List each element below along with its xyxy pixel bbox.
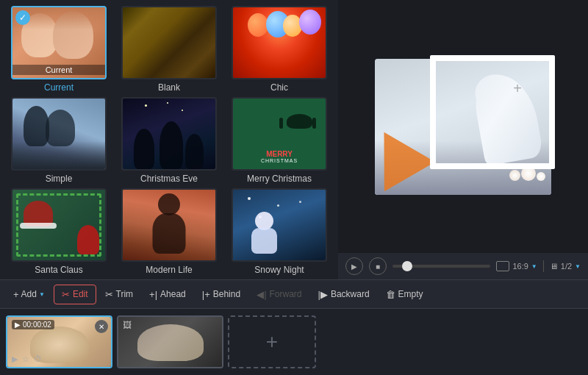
- merry-subtext: CHRISTMAS: [233, 158, 326, 163]
- merry-text: MERRY: [233, 150, 326, 158]
- theme-label-blank: Blank: [158, 82, 180, 93]
- play-icon[interactable]: ▶: [12, 354, 18, 364]
- add-chevron-icon[interactable]: ▼: [39, 291, 45, 298]
- behind-button[interactable]: |+ Behind: [195, 285, 248, 304]
- forward-icon: ◀|: [257, 289, 266, 300]
- forward-label: Forward: [270, 289, 302, 299]
- theme-item-blank[interactable]: Blank: [116, 6, 222, 93]
- add-label: Add: [21, 289, 37, 299]
- ratio-icon: [496, 261, 509, 271]
- theme-gallery: Current ✓ Current Blank: [0, 0, 338, 279]
- video-icon: ▶: [15, 321, 21, 329]
- theme-label-merry-christmas: Merry Christmas: [247, 174, 312, 184]
- edit-button[interactable]: ✂ Edit: [54, 285, 96, 304]
- blank-thumb-bg: [123, 7, 215, 78]
- theme-thumb-christmas-eve[interactable]: [121, 97, 217, 171]
- backward-label: Backward: [331, 289, 370, 299]
- preview-shoe-image: +: [375, 59, 551, 195]
- selected-checkmark: ✓: [15, 10, 30, 25]
- progress-bar[interactable]: [392, 265, 490, 268]
- theme-thumb-modern-life[interactable]: [121, 188, 217, 262]
- play-button[interactable]: ▶: [345, 257, 363, 275]
- add-button[interactable]: + Add ▼: [6, 285, 52, 304]
- stop-button[interactable]: ■: [369, 257, 387, 275]
- clip-controls-1: ▶ ☆ ⏱: [12, 354, 42, 364]
- merry-thumb-bg: MERRY CHRISTMAS: [233, 99, 326, 169]
- timestamp-value: 00:00:02: [23, 321, 51, 329]
- progress-indicator: [402, 261, 412, 271]
- theme-label-chic: Chic: [270, 82, 288, 93]
- behind-icon: |+: [202, 289, 210, 300]
- trim-button[interactable]: ✂ Trim: [98, 285, 141, 304]
- theme-item-santa-claus[interactable]: Santa Claus: [6, 188, 112, 275]
- preview-controls: ▶ ■ 16:9 ▼ 🖥 1/2 ▼: [338, 253, 588, 279]
- preview-canvas: +: [338, 0, 588, 253]
- clip-thumb-2[interactable]: 🖼: [117, 315, 223, 368]
- ahead-button[interactable]: +| Ahead: [142, 285, 193, 304]
- control-divider: [543, 260, 544, 272]
- add-clip-plus-icon: +: [266, 332, 278, 352]
- empty-icon: 🗑: [386, 289, 395, 300]
- add-clip-button[interactable]: +: [228, 315, 316, 368]
- theme-item-merry-christmas[interactable]: MERRY CHRISTMAS Merry Christmas: [226, 97, 332, 184]
- forward-button[interactable]: ◀| Forward: [249, 285, 309, 304]
- theme-thumb-chic[interactable]: [232, 6, 327, 79]
- preview-add-button[interactable]: +: [513, 81, 522, 96]
- theme-thumb-blank[interactable]: [121, 6, 217, 79]
- christmas-eve-thumb-bg: [123, 99, 215, 169]
- theme-thumb-snowy-night[interactable]: [232, 188, 327, 262]
- preview-panel: + ▶ ■ 16:9 ▼ 🖥 1/2 ▼: [338, 0, 588, 279]
- trim-label: Trim: [116, 289, 134, 299]
- quality-value: 1/2: [561, 262, 572, 271]
- clip-thumb-1[interactable]: ▶ 00:00:02 ✕ ▶ ☆ ⏱: [6, 315, 112, 368]
- timeline: ▶ 00:00:02 ✕ ▶ ☆ ⏱ 🖼 +: [0, 309, 588, 375]
- timeline-clip-2[interactable]: 🖼: [117, 315, 223, 368]
- add-icon: +: [13, 289, 19, 300]
- ratio-value: 16:9: [512, 262, 528, 271]
- clip-image-2: 🖼: [118, 317, 222, 367]
- theme-thumb-santa-claus[interactable]: [11, 188, 107, 262]
- trim-icon: ✂: [105, 289, 113, 300]
- theme-item-chic[interactable]: Chic: [226, 6, 332, 93]
- quality-selector[interactable]: 🖥 1/2 ▼: [550, 262, 581, 271]
- image-icon-2: 🖼: [123, 320, 132, 330]
- clip-timestamp-1: ▶ 00:00:02: [12, 320, 54, 329]
- white-frame: [430, 55, 555, 169]
- theme-item-christmas-eve[interactable]: Christmas Eve: [116, 97, 222, 184]
- theme-thumb-current[interactable]: Current ✓: [11, 6, 107, 79]
- edit-icon: ✂: [62, 289, 70, 300]
- clip-close-button-1[interactable]: ✕: [95, 320, 108, 333]
- ratio-dropdown-arrow[interactable]: ▼: [531, 263, 537, 270]
- theme-item-snowy-night[interactable]: Snowy Night: [226, 188, 332, 275]
- backward-button[interactable]: |▶ Backward: [311, 285, 377, 304]
- theme-item-current[interactable]: Current ✓ Current: [6, 6, 112, 93]
- theme-label-modern-life: Modern Life: [146, 265, 192, 275]
- behind-label: Behind: [213, 289, 240, 299]
- chic-thumb-bg: [233, 7, 326, 78]
- ratio-selector[interactable]: 16:9 ▼: [496, 261, 537, 271]
- clock-icon[interactable]: ⏱: [34, 354, 42, 364]
- theme-label-santa-claus: Santa Claus: [35, 265, 82, 275]
- theme-label-simple: Simple: [46, 174, 73, 184]
- theme-thumb-merry-christmas[interactable]: MERRY CHRISTMAS: [232, 97, 327, 171]
- theme-item-simple[interactable]: Simple: [6, 97, 112, 184]
- current-label: Current: [12, 65, 105, 75]
- ahead-icon: +|: [149, 289, 157, 300]
- snowy-thumb-bg: [233, 190, 326, 260]
- theme-label-christmas-eve: Christmas Eve: [140, 174, 198, 184]
- empty-button[interactable]: 🗑 Empty: [379, 285, 431, 304]
- theme-grid: Current ✓ Current Blank: [0, 0, 338, 279]
- santa-thumb-bg: [12, 190, 105, 260]
- theme-label-current: Current: [44, 82, 74, 93]
- quality-dropdown-arrow[interactable]: ▼: [575, 263, 581, 270]
- theme-item-modern-life[interactable]: Modern Life: [116, 188, 222, 275]
- timeline-clip-1[interactable]: ▶ 00:00:02 ✕ ▶ ☆ ⏱: [6, 315, 112, 368]
- star-icon[interactable]: ☆: [22, 354, 29, 364]
- backward-icon: |▶: [318, 289, 328, 300]
- edit-label: Edit: [73, 289, 88, 299]
- empty-label: Empty: [398, 289, 423, 299]
- theme-label-snowy-night: Snowy Night: [254, 265, 304, 275]
- theme-thumb-simple[interactable]: [11, 97, 107, 171]
- simple-thumb-bg: [12, 99, 105, 169]
- monitor-icon: 🖥: [550, 262, 558, 271]
